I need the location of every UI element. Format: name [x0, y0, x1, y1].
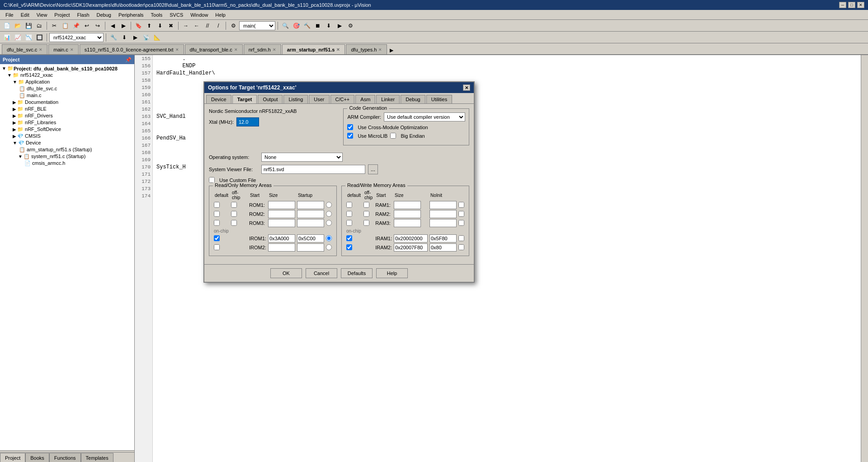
- rom3-start[interactable]: [268, 219, 295, 227]
- ram3-noinit[interactable]: [458, 220, 464, 226]
- ram1-size[interactable]: [429, 201, 457, 209]
- dlg-tab-debug[interactable]: Debug: [401, 95, 425, 103]
- ram2-noinit[interactable]: [458, 211, 464, 217]
- svd-input[interactable]: [261, 165, 365, 174]
- rom-col-size: Size: [267, 190, 296, 201]
- irom1-size[interactable]: [297, 234, 324, 243]
- rom1-startup[interactable]: [326, 202, 332, 208]
- cross-module-checkbox[interactable]: [347, 124, 353, 130]
- dialog-tabs: Device Target Output Listing User C/C++ …: [204, 93, 474, 104]
- ram-group: Read/Write Memory Areas default off-chip…: [341, 186, 469, 256]
- ram2-start[interactable]: [394, 210, 421, 218]
- microlib-label: Use MicroLIB: [358, 133, 387, 139]
- dialog-title-text: Options for Target 'nrf51422_xxac': [208, 84, 297, 91]
- dlg-tab-asm[interactable]: Asm: [355, 95, 375, 103]
- iram2-default[interactable]: [346, 244, 352, 250]
- rom3-size[interactable]: [297, 219, 324, 227]
- os-select[interactable]: None: [261, 153, 343, 162]
- rom2-size[interactable]: [297, 210, 324, 218]
- iram1-noinit[interactable]: [458, 235, 464, 241]
- rom3-startup[interactable]: [326, 220, 332, 226]
- dialog-ok-button[interactable]: OK: [270, 268, 302, 278]
- big-endian-checkbox[interactable]: [390, 133, 396, 139]
- dlg-tab-cc[interactable]: C/C++: [330, 95, 355, 103]
- ram-group-label: Read/Write Memory Areas: [345, 182, 407, 188]
- iram2-size[interactable]: [429, 243, 457, 252]
- rom2-default[interactable]: [214, 211, 220, 217]
- table-row: ROM2:: [213, 210, 333, 219]
- big-endian-label: Big Endian: [401, 133, 425, 139]
- ram-col-default: default: [345, 190, 363, 201]
- ram1-start[interactable]: [394, 201, 421, 209]
- rom1-default[interactable]: [214, 202, 220, 208]
- dlg-tab-listing[interactable]: Listing: [283, 95, 308, 103]
- table-row: IROM2:: [213, 243, 333, 252]
- table-row: on-chip: [345, 228, 465, 234]
- iram1-size[interactable]: [429, 234, 457, 243]
- xtal-input[interactable]: [236, 117, 259, 126]
- dialog-cancel-button[interactable]: Cancel: [306, 268, 337, 278]
- ram2-default[interactable]: [346, 211, 352, 217]
- rom3-offchip[interactable]: [231, 220, 237, 226]
- arm-compiler-row: ARM Compiler: Use default compiler versi…: [347, 112, 465, 121]
- memory-cols: Read/Only Memory Areas default off-chip …: [209, 186, 469, 260]
- dialog-defaults-button[interactable]: Defaults: [341, 268, 373, 278]
- rom2-offchip[interactable]: [231, 211, 237, 217]
- rom2-start[interactable]: [268, 210, 295, 218]
- microlib-row: Use MicroLIB Big Endian: [347, 133, 465, 139]
- rom-table: default off-chip Start Size Startup: [213, 190, 333, 252]
- irom1-default[interactable]: [214, 235, 220, 241]
- svd-browse-btn[interactable]: ...: [368, 164, 378, 174]
- dlg-tab-device[interactable]: Device: [206, 95, 231, 103]
- dialog-help-button[interactable]: Help: [376, 268, 408, 278]
- iram2-start[interactable]: [394, 243, 428, 252]
- table-row: ROM3:: [213, 219, 333, 228]
- iram1-default[interactable]: [346, 235, 352, 241]
- dlg-tab-utilities[interactable]: Utilities: [426, 95, 452, 103]
- os-row: Operating system: None: [209, 153, 469, 162]
- ram3-size[interactable]: [429, 219, 457, 227]
- ram3-default[interactable]: [346, 220, 352, 226]
- arm-compiler-select[interactable]: Use default compiler version: [384, 112, 465, 121]
- iram2-noinit[interactable]: [458, 244, 464, 250]
- ram3-offchip[interactable]: [363, 220, 369, 226]
- dialog-close-button[interactable]: ✕: [463, 84, 470, 91]
- table-row: IRAM2:: [345, 243, 465, 252]
- cross-module-row: Use Cross-Module Optimization: [347, 124, 465, 130]
- irom2-startup[interactable]: [326, 244, 332, 250]
- rom1-size[interactable]: [297, 201, 324, 209]
- dlg-tab-user[interactable]: User: [309, 95, 329, 103]
- dlg-tab-linker[interactable]: Linker: [376, 95, 400, 103]
- ram-col-size: Size: [393, 190, 429, 201]
- table-row: IROM1:: [213, 234, 333, 243]
- rom-group-label: Read/Only Memory Areas: [213, 182, 274, 188]
- microlib-checkbox[interactable]: [347, 133, 353, 139]
- irom2-default[interactable]: [214, 244, 220, 250]
- ram1-default[interactable]: [346, 202, 352, 208]
- ram2-offchip[interactable]: [363, 211, 369, 217]
- iram1-start[interactable]: [394, 234, 428, 243]
- rom3-default[interactable]: [214, 220, 220, 226]
- svd-row: System Viewer File: ...: [209, 164, 469, 174]
- table-row: RAM3:: [345, 219, 465, 228]
- rom2-startup[interactable]: [326, 211, 332, 217]
- svd-label: System Viewer File:: [209, 167, 259, 172]
- irom1-start[interactable]: [268, 234, 295, 243]
- irom2-start[interactable]: [268, 243, 295, 252]
- dlg-tab-target[interactable]: Target: [232, 95, 257, 103]
- arm-compiler-label: ARM Compiler:: [347, 114, 381, 120]
- irom2-size[interactable]: [297, 243, 324, 252]
- irom1-startup[interactable]: [326, 235, 332, 241]
- code-gen-label: Code Generation: [347, 105, 389, 111]
- rom1-offchip[interactable]: [231, 202, 237, 208]
- ram3-start[interactable]: [394, 219, 421, 227]
- ram1-offchip[interactable]: [363, 202, 369, 208]
- ram-col-noinit: NoInit: [429, 190, 458, 201]
- ram2-size[interactable]: [429, 210, 457, 218]
- dialog-overlay: Options for Target 'nrf51422_xxac' ✕ Dev…: [0, 0, 868, 462]
- dialog-title-bar: Options for Target 'nrf51422_xxac' ✕: [204, 82, 474, 93]
- rom1-start[interactable]: [268, 201, 295, 209]
- dlg-tab-output[interactable]: Output: [258, 95, 283, 103]
- ram-col-offchip: off-chip: [363, 190, 374, 201]
- ram1-noinit[interactable]: [458, 202, 464, 208]
